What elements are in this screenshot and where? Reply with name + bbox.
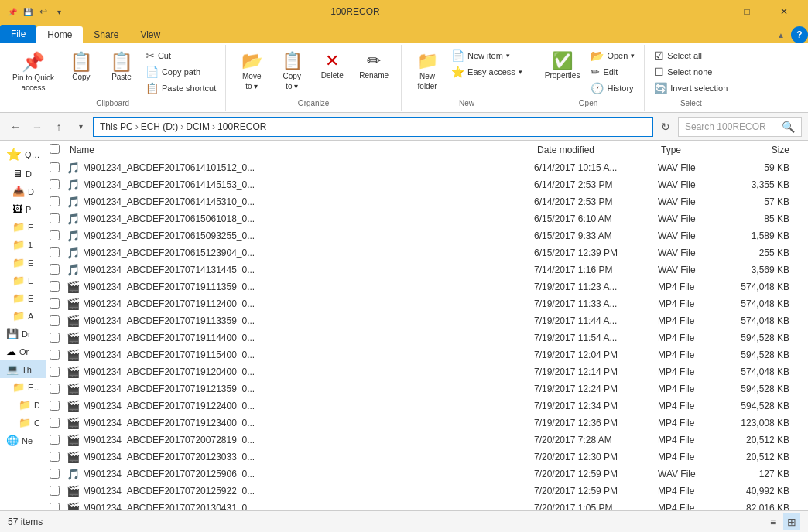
forward-button[interactable]: → — [28, 118, 46, 136]
table-row[interactable]: 🎬 M901234_ABCDEF20170719122400_0... 7/19… — [46, 397, 808, 414]
row-checkbox[interactable] — [50, 213, 67, 223]
sidebar-item-drives[interactable]: 💾 Dr — [0, 325, 46, 343]
back-button[interactable]: ← — [6, 118, 25, 136]
history-button[interactable]: 🕐 History — [587, 80, 638, 96]
tab-home[interactable]: Home — [36, 26, 83, 43]
table-row[interactable]: 🎵 M901234_ABCDEF20170614101512_0... 6/14… — [46, 159, 808, 176]
path-dcim[interactable]: DCIM — [186, 121, 210, 132]
table-row[interactable]: 🎵 M901234_ABCDEF20170615061018_0... 6/15… — [46, 210, 808, 227]
large-icons-view-button[interactable]: ⊞ — [783, 513, 800, 530]
tab-share[interactable]: Share — [83, 26, 129, 43]
help-button[interactable]: ? — [791, 26, 808, 43]
pin-icon[interactable]: 📌 — [6, 5, 19, 18]
file-checkbox-19[interactable] — [50, 486, 60, 496]
sidebar-item-thispc[interactable]: 💻 Th — [0, 360, 46, 378]
table-row[interactable]: 🎬 M901234_ABCDEF20170720123033_0... 7/20… — [46, 448, 808, 466]
row-checkbox[interactable] — [50, 162, 67, 172]
refresh-button[interactable]: ↻ — [656, 118, 675, 136]
row-checkbox[interactable] — [50, 332, 67, 343]
invert-selection-button[interactable]: 🔄 Invert selection — [651, 80, 731, 96]
path-ech[interactable]: ECH (D:) — [141, 121, 179, 132]
address-path[interactable]: This PC › ECH (D:) › DCIM › 100RECOR — [93, 117, 653, 137]
sidebar-item-onedrive[interactable]: ☁ Or — [0, 343, 46, 360]
header-name[interactable]: Name — [67, 143, 534, 157]
paste-shortcut-button[interactable]: 📋 Paste shortcut — [142, 80, 219, 96]
table-row[interactable]: 🎬 M901234_ABCDEF20170719123400_0... 7/19… — [46, 414, 808, 431]
recent-locations-button[interactable]: ▾ — [71, 118, 90, 136]
file-checkbox-20[interactable] — [50, 503, 60, 510]
file-checkbox-15[interactable] — [50, 418, 60, 428]
table-row[interactable]: 🎬 M901234_ABCDEF20170719112400_0... 7/19… — [46, 295, 808, 312]
new-item-button[interactable]: 📄 New item ▾ — [448, 48, 526, 63]
file-checkbox-8[interactable] — [50, 298, 60, 309]
row-checkbox[interactable] — [50, 503, 67, 510]
path-thispc[interactable]: This PC — [100, 121, 133, 132]
file-checkbox-6[interactable] — [50, 264, 60, 275]
row-checkbox[interactable] — [50, 350, 67, 360]
row-checkbox[interactable] — [50, 315, 67, 326]
maximize-button[interactable]: □ — [729, 0, 765, 23]
paste-button[interactable]: 📋 Paste — [102, 48, 141, 84]
row-checkbox[interactable] — [50, 281, 67, 292]
file-checkbox-9[interactable] — [50, 315, 60, 326]
table-row[interactable]: 🎬 M901234_ABCDEF20170719120400_0... 7/19… — [46, 363, 808, 380]
row-checkbox[interactable] — [50, 418, 67, 428]
row-checkbox[interactable] — [50, 247, 67, 257]
table-row[interactable]: 🎵 M901234_ABCDEF20170714131445_0... 7/14… — [46, 261, 808, 278]
row-checkbox[interactable] — [50, 264, 67, 275]
table-row[interactable]: 🎬 M901234_ABCDEF20170720072819_0... 7/20… — [46, 431, 808, 448]
table-row[interactable]: 🎬 M901234_ABCDEF20170719111359_0... 7/19… — [46, 278, 808, 295]
select-all-button[interactable]: ☑ Select all — [651, 48, 731, 63]
table-row[interactable]: 🎬 M901234_ABCDEF20170720130431_0... 7/20… — [46, 500, 808, 510]
delete-button[interactable]: ✕ Delete — [313, 48, 351, 83]
table-row[interactable]: 🎬 M901234_ABCDEF20170719113359_0... 7/19… — [46, 312, 808, 329]
file-checkbox-3[interactable] — [50, 213, 60, 223]
file-checkbox-14[interactable] — [50, 401, 60, 411]
select-none-button[interactable]: ☐ Select none — [651, 64, 731, 80]
tab-view[interactable]: View — [129, 26, 171, 43]
file-checkbox-10[interactable] — [50, 332, 60, 343]
sidebar-item-f2[interactable]: 📁 1 — [0, 236, 46, 254]
sidebar-item-e1[interactable]: 📁 E — [0, 254, 46, 271]
table-row[interactable]: 🎵 M901234_ABCDEF20170615093255_0... 6/15… — [46, 227, 808, 244]
open-button[interactable]: 📂 Open ▾ — [587, 48, 638, 63]
row-checkbox[interactable] — [50, 298, 67, 309]
sidebar-item-pictures[interactable]: 🖼 P — [0, 200, 46, 218]
search-box[interactable]: Search 100RECOR 🔍 — [678, 117, 802, 137]
move-to-button[interactable]: 📂 Moveto ▾ — [232, 48, 271, 94]
edit-button[interactable]: ✏ Edit — [587, 64, 638, 80]
sidebar-item-desktop[interactable]: 🖥 D — [0, 165, 46, 182]
select-all-checkbox[interactable] — [50, 144, 60, 154]
sidebar-item-quick-access[interactable]: ⭐ Qu... — [0, 144, 46, 165]
header-size[interactable]: Size — [728, 143, 805, 157]
row-checkbox[interactable] — [50, 401, 67, 411]
sidebar-item-e2[interactable]: 📁 E — [0, 271, 46, 289]
row-checkbox[interactable] — [50, 179, 67, 189]
path-100recor[interactable]: 100RECOR — [217, 121, 266, 132]
row-checkbox[interactable] — [50, 435, 67, 445]
file-checkbox-16[interactable] — [50, 435, 60, 445]
table-row[interactable]: 🎬 M901234_ABCDEF20170720125922_0... 7/20… — [46, 483, 808, 500]
header-checkbox[interactable] — [50, 144, 67, 156]
sidebar-item-f1[interactable]: 📁 F — [0, 218, 46, 236]
close-button[interactable]: ✕ — [766, 0, 802, 23]
copy-button[interactable]: 📋 Copy — [62, 48, 101, 84]
row-checkbox[interactable] — [50, 486, 67, 496]
file-checkbox-12[interactable] — [50, 367, 60, 377]
easy-access-button[interactable]: ⭐ Easy access ▾ — [448, 64, 526, 80]
file-checkbox-5[interactable] — [50, 247, 60, 257]
file-checkbox-1[interactable] — [50, 179, 60, 189]
copy-path-button[interactable]: 📄 Copy path — [142, 64, 219, 80]
file-checkbox-11[interactable] — [50, 350, 60, 360]
table-row[interactable]: 🎵 M901234_ABCDEF20170614145153_0... 6/14… — [46, 176, 808, 193]
tab-file[interactable]: File — [0, 25, 36, 43]
table-row[interactable]: 🎬 M901234_ABCDEF20170719115400_0... 7/19… — [46, 346, 808, 363]
table-row[interactable]: 🎵 M901234_ABCDEF20170614145310_0... 6/14… — [46, 193, 808, 210]
sidebar-item-ech[interactable]: 📁 EC — [0, 378, 46, 396]
sidebar-item-e3[interactable]: 📁 E — [0, 289, 46, 307]
pin-to-quick-access-button[interactable]: 📌 Pin to Quickaccess — [6, 48, 60, 96]
table-row[interactable]: 🎵 M901234_ABCDEF20170720125906_0... 7/20… — [46, 466, 808, 483]
file-checkbox-2[interactable] — [50, 196, 60, 206]
row-checkbox[interactable] — [50, 196, 67, 206]
sidebar-item-network[interactable]: 🌐 Ne — [0, 431, 46, 449]
